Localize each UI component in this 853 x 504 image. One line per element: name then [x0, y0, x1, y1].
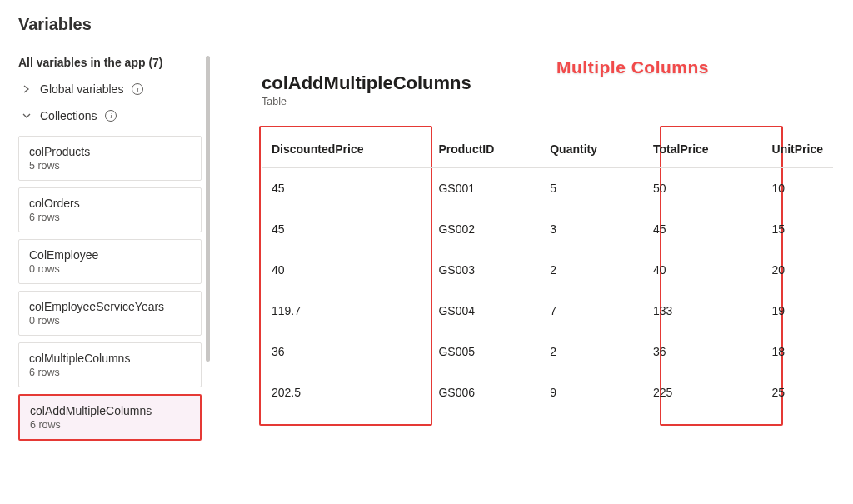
cell: 225 [643, 372, 762, 413]
table-row[interactable]: 36 GS005 2 36 18 [262, 332, 833, 372]
sidebar-item-colemployeeserviceyears[interactable]: colEmployeeServiceYears 0 rows [18, 291, 202, 336]
collection-name: colProducts [29, 145, 191, 158]
cell: 40 [643, 250, 762, 291]
info-icon[interactable]: i [105, 110, 117, 122]
cell: 45 [643, 209, 762, 250]
col-header-productid[interactable]: ProductID [428, 131, 540, 168]
collection-name: colOrders [29, 197, 191, 210]
collection-name: colMultipleColumns [29, 352, 191, 365]
collection-name: ColEmployee [29, 248, 191, 262]
cell: GS004 [428, 291, 540, 332]
table-row[interactable]: 202.5 GS006 9 225 25 [262, 372, 833, 413]
cell: 40 [262, 250, 428, 291]
table-wrap: DiscountedPrice ProductID Quantity Total… [262, 131, 833, 413]
collections-label: Collections [40, 109, 97, 122]
cell: 7 [540, 291, 643, 332]
detail-pane: Multiple Columns colAddMultipleColumns T… [215, 49, 853, 503]
chevron-down-icon [22, 112, 32, 120]
collection-name: colEmployeeServiceYears [29, 300, 191, 313]
cell: 9 [540, 372, 643, 413]
cell: GS005 [428, 332, 540, 372]
collection-meta: 6 rows [29, 367, 191, 378]
cell: 45 [262, 168, 428, 209]
cell: 50 [643, 168, 762, 209]
collection-meta: 5 rows [29, 160, 191, 172]
collection-meta: 0 rows [29, 263, 191, 275]
cell: 3 [540, 209, 643, 250]
collection-name: colAddMultipleColumns [30, 404, 190, 417]
cell: 2 [540, 250, 643, 291]
detail-subtitle: Table [262, 96, 833, 107]
table-row[interactable]: 40 GS003 2 40 20 [262, 250, 833, 291]
global-variables-label: Global variables [40, 82, 123, 96]
cell: 10 [762, 168, 833, 209]
cell: 36 [643, 332, 762, 372]
detail-title: colAddMultipleColumns [262, 72, 833, 94]
sidebar-item-colmultiplecolumns[interactable]: colMultipleColumns 6 rows [18, 342, 202, 387]
collection-meta: 6 rows [30, 419, 190, 431]
cell: 36 [262, 332, 428, 372]
cell: 20 [762, 250, 833, 291]
sidebar-scrollbar[interactable] [206, 56, 210, 362]
cell: 19 [762, 291, 833, 332]
cell: GS003 [428, 250, 540, 291]
chevron-right-icon [22, 85, 32, 93]
sidebar-item-colemployee[interactable]: ColEmployee 0 rows [18, 239, 202, 284]
cell: 5 [540, 168, 643, 209]
cell: 15 [762, 209, 833, 250]
collection-meta: 0 rows [29, 315, 191, 327]
cell: 45 [262, 209, 428, 250]
col-header-totalprice[interactable]: TotalPrice [643, 131, 762, 168]
sidebar-item-colproducts[interactable]: colProducts 5 rows [18, 136, 202, 181]
collection-meta: 6 rows [29, 212, 191, 223]
col-header-discountedprice[interactable]: DiscountedPrice [262, 131, 428, 168]
cell: 202.5 [262, 372, 428, 413]
cell: GS001 [428, 168, 540, 209]
annotation-multiple-columns: Multiple Columns [556, 57, 709, 77]
table-row[interactable]: 45 GS001 5 50 10 [262, 168, 833, 209]
cell: 25 [762, 372, 833, 413]
global-variables-row[interactable]: Global variables i [18, 76, 202, 102]
collection-table: DiscountedPrice ProductID Quantity Total… [262, 131, 833, 413]
sidebar-heading: All variables in the app (7) [18, 56, 202, 69]
variables-title: Variables [0, 0, 853, 49]
table-row[interactable]: 119.7 GS004 7 133 19 [262, 291, 833, 332]
info-icon[interactable]: i [132, 83, 143, 95]
cell: 18 [762, 332, 833, 372]
cell: GS006 [428, 372, 540, 413]
cell: GS002 [428, 209, 540, 250]
sidebar-item-coladdmultiplecolumns[interactable]: colAddMultipleColumns 6 rows [18, 394, 202, 441]
cell: 2 [540, 332, 643, 372]
cell: 133 [643, 291, 762, 332]
sidebar-item-colorders[interactable]: colOrders 6 rows [18, 187, 202, 232]
table-row[interactable]: 45 GS002 3 45 15 [262, 209, 833, 250]
collections-row[interactable]: Collections i [18, 102, 202, 129]
col-header-quantity[interactable]: Quantity [540, 131, 643, 168]
cell: 119.7 [262, 291, 428, 332]
col-header-unitprice[interactable]: UnitPrice [762, 131, 833, 168]
variables-sidebar: All variables in the app (7) Global vari… [0, 49, 215, 503]
